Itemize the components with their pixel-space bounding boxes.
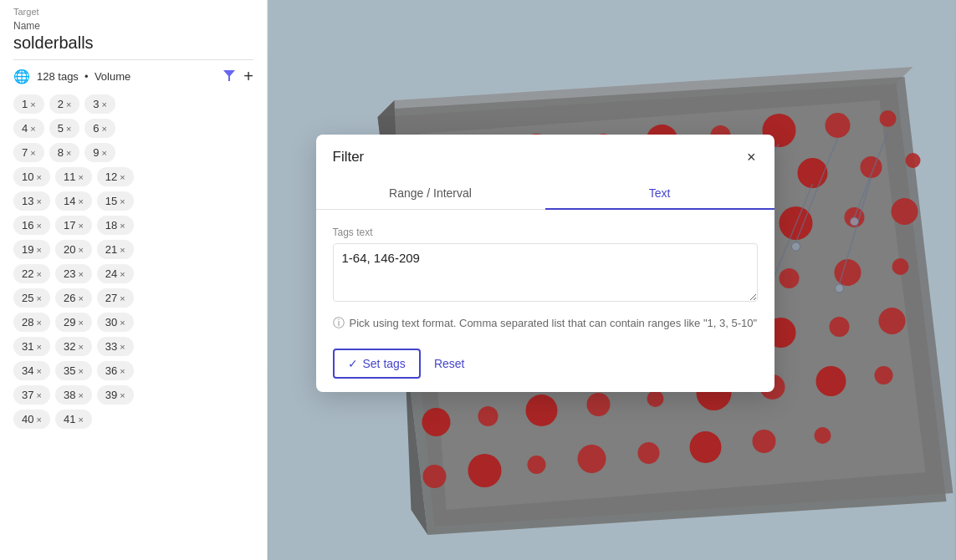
tag-label: 3 — [93, 98, 99, 110]
tag-remove-icon[interactable]: × — [120, 172, 125, 182]
tag-chip: 26 × — [55, 288, 92, 308]
tag-label: 41 — [64, 413, 75, 425]
tag-remove-icon[interactable]: × — [36, 415, 41, 425]
tag-chip: 39 × — [97, 385, 134, 405]
tag-remove-icon[interactable]: × — [78, 366, 83, 376]
modal-overlay: Filter × Range / Interval Text Tags text… — [268, 0, 956, 560]
tag-remove-icon[interactable]: × — [78, 245, 83, 255]
tag-label: 6 — [93, 122, 99, 135]
tag-remove-icon[interactable]: × — [36, 172, 41, 182]
add-icon[interactable]: + — [243, 67, 253, 86]
modal-body: Tags text ⓘ Pick using text format. Comm… — [316, 210, 775, 392]
modal-close-button[interactable]: × — [745, 148, 758, 166]
tag-label: 20 — [64, 243, 75, 256]
tag-remove-icon[interactable]: × — [78, 415, 83, 425]
tag-remove-icon[interactable]: × — [36, 390, 41, 400]
tag-chip: 25 × — [13, 288, 50, 308]
tab-range-interval[interactable]: Range / Interval — [316, 176, 545, 210]
tab-text[interactable]: Text — [545, 176, 775, 210]
tag-label: 7 — [22, 146, 28, 159]
tag-remove-icon[interactable]: × — [120, 342, 125, 352]
tag-remove-icon[interactable]: × — [102, 124, 107, 134]
tag-label: 29 — [64, 316, 75, 328]
tag-remove-icon[interactable]: × — [120, 390, 125, 400]
tag-remove-icon[interactable]: × — [36, 293, 41, 303]
tag-label: 36 — [105, 364, 117, 377]
tag-remove-icon[interactable]: × — [120, 221, 125, 231]
tag-chip: 38 × — [55, 385, 92, 405]
tag-remove-icon[interactable]: × — [30, 148, 35, 158]
tag-chip: 3 × — [84, 94, 115, 114]
tag-chip: 32 × — [55, 337, 92, 356]
tag-label: 24 — [105, 267, 117, 280]
tag-remove-icon[interactable]: × — [78, 390, 83, 400]
tag-chip: 22 × — [13, 264, 50, 283]
tag-remove-icon[interactable]: × — [36, 342, 41, 352]
info-icon: ⓘ — [333, 316, 345, 331]
tag-chip: 34 × — [13, 361, 50, 380]
tag-remove-icon[interactable]: × — [36, 245, 41, 255]
tag-remove-icon[interactable]: × — [120, 318, 125, 328]
tag-label: 10 — [22, 171, 33, 183]
name-label: Name — [13, 20, 253, 32]
tag-chip: 31 × — [13, 337, 50, 356]
tag-remove-icon[interactable]: × — [36, 269, 41, 279]
filter-icon[interactable] — [222, 68, 237, 86]
modal-actions: ✓ Set tags Reset — [333, 349, 758, 379]
tag-label: 37 — [22, 389, 33, 401]
tag-chip: 21 × — [97, 240, 134, 259]
tag-remove-icon[interactable]: × — [36, 318, 41, 328]
3d-view: Filter × Range / Interval Text Tags text… — [268, 0, 956, 560]
tag-chip: 16 × — [13, 216, 50, 235]
tag-remove-icon[interactable]: × — [30, 99, 35, 109]
tag-label: 8 — [58, 146, 64, 159]
tag-remove-icon[interactable]: × — [78, 318, 83, 328]
tag-remove-icon[interactable]: × — [66, 99, 71, 109]
filter-modal: Filter × Range / Interval Text Tags text… — [316, 135, 775, 392]
tag-label: 12 — [105, 171, 117, 183]
tag-label: 40 — [22, 413, 33, 425]
tag-remove-icon[interactable]: × — [120, 293, 125, 303]
tag-remove-icon[interactable]: × — [78, 196, 83, 206]
tag-remove-icon[interactable]: × — [30, 124, 35, 134]
tag-remove-icon[interactable]: × — [36, 366, 41, 376]
tag-remove-icon[interactable]: × — [120, 366, 125, 376]
tag-remove-icon[interactable]: × — [66, 148, 71, 158]
modal-header: Filter × — [316, 135, 775, 176]
name-value: solderballs — [13, 33, 253, 60]
tag-row: 1 ×2 ×3 × — [13, 94, 253, 114]
tag-label: 15 — [105, 195, 117, 207]
tag-remove-icon[interactable]: × — [78, 172, 83, 182]
set-tags-button[interactable]: ✓ Set tags — [333, 349, 421, 379]
tag-remove-icon[interactable]: × — [66, 124, 71, 134]
tag-label: 17 — [64, 219, 75, 232]
tag-chip: 18 × — [97, 216, 134, 235]
tag-remove-icon[interactable]: × — [78, 293, 83, 303]
tag-label: 19 — [22, 243, 33, 256]
tags-text-input[interactable] — [333, 243, 758, 302]
tag-remove-icon[interactable]: × — [102, 148, 107, 158]
tag-row: 16 ×17 ×18 × — [13, 216, 253, 235]
tag-chip: 24 × — [97, 264, 134, 283]
tag-label: 31 — [22, 340, 33, 353]
tag-remove-icon[interactable]: × — [120, 196, 125, 206]
tag-remove-icon[interactable]: × — [36, 221, 41, 231]
reset-button[interactable]: Reset — [431, 350, 468, 377]
tags-grid: 1 ×2 ×3 ×4 ×5 ×6 ×7 ×8 ×9 ×10 ×11 ×12 ×1… — [0, 94, 267, 560]
tag-label: 4 — [22, 122, 28, 135]
tag-chip: 29 × — [55, 313, 92, 332]
tag-remove-icon[interactable]: × — [102, 99, 107, 109]
tag-remove-icon[interactable]: × — [120, 269, 125, 279]
tag-remove-icon[interactable]: × — [120, 245, 125, 255]
tag-remove-icon[interactable]: × — [78, 221, 83, 231]
tag-remove-icon[interactable]: × — [78, 342, 83, 352]
tag-chip: 36 × — [97, 361, 134, 380]
tag-label: 32 — [64, 340, 75, 353]
tag-remove-icon[interactable]: × — [78, 269, 83, 279]
tag-chip: 33 × — [97, 337, 134, 356]
tag-remove-icon[interactable]: × — [36, 196, 41, 206]
target-label: Target — [13, 7, 253, 17]
tag-row: 28 ×29 ×30 × — [13, 313, 253, 332]
tag-label: 25 — [22, 292, 33, 304]
tag-chip: 41 × — [55, 410, 92, 429]
